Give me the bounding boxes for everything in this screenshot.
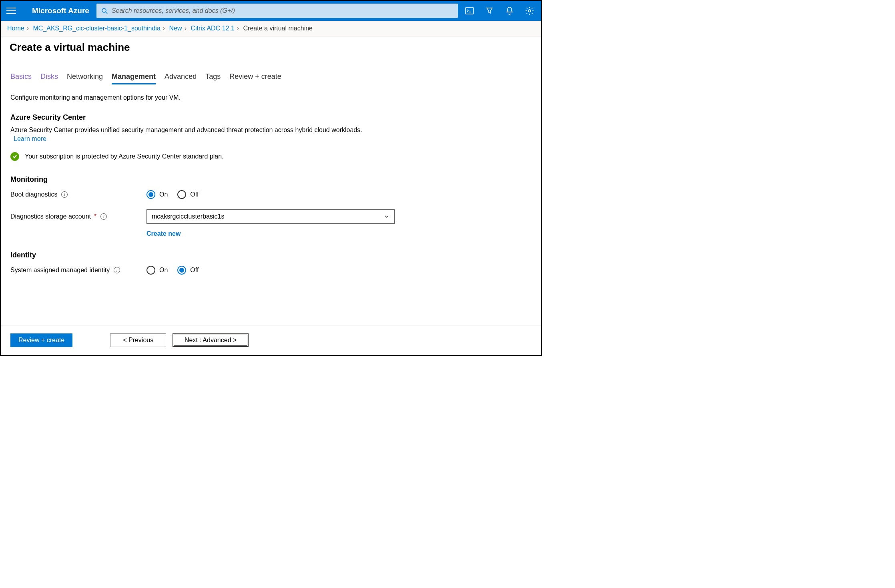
sami-radio-group: On Off: [146, 266, 204, 275]
svg-line-1: [106, 12, 107, 14]
page-title: Create a virtual machine: [1, 36, 541, 61]
tab-networking[interactable]: Networking: [67, 72, 103, 84]
menu-icon[interactable]: [6, 6, 16, 16]
content-area: Basics Disks Networking Management Advan…: [1, 61, 541, 325]
brand-label: Microsoft Azure: [32, 6, 89, 15]
security-text: Azure Security Center provides unified s…: [10, 126, 532, 134]
search-box[interactable]: [96, 4, 458, 18]
identity-heading: Identity: [10, 251, 532, 259]
learn-more-link[interactable]: Learn more: [14, 135, 532, 142]
sami-on-label: On: [159, 267, 168, 274]
boot-diag-radio-group: On Off: [146, 190, 204, 199]
filter-icon[interactable]: [485, 6, 494, 15]
crumb-rg[interactable]: MC_AKS_RG_cic-cluster-basic-1_southindia: [33, 25, 160, 32]
monitoring-heading: Monitoring: [10, 175, 532, 184]
svg-rect-2: [466, 8, 474, 14]
next-button[interactable]: Next : Advanced >: [173, 333, 249, 347]
previous-button[interactable]: < Previous: [110, 333, 166, 347]
storage-account-value: mcaksrgcicclusterbasic1s: [152, 213, 224, 220]
info-icon[interactable]: i: [61, 191, 68, 198]
breadcrumb: Home› MC_AKS_RG_cic-cluster-basic-1_sout…: [1, 21, 541, 36]
tab-basics[interactable]: Basics: [10, 72, 32, 84]
tab-tags[interactable]: Tags: [205, 72, 221, 84]
notifications-icon[interactable]: [505, 6, 514, 15]
svg-point-3: [528, 10, 531, 12]
crumb-adc[interactable]: Citrix ADC 12.1: [191, 25, 234, 32]
sami-off-label: Off: [190, 267, 199, 274]
storage-label: Diagnostics storage account: [10, 213, 91, 220]
search-input[interactable]: [108, 7, 453, 14]
cloud-shell-icon[interactable]: [465, 6, 474, 15]
boot-diag-off-label: Off: [190, 191, 199, 198]
tab-management[interactable]: Management: [112, 72, 156, 84]
tab-review[interactable]: Review + create: [229, 72, 281, 84]
create-new-link[interactable]: Create new: [146, 230, 532, 237]
chevron-down-icon: [384, 214, 389, 219]
boot-diag-on-radio[interactable]: [146, 190, 155, 199]
sami-off-radio[interactable]: [177, 266, 186, 275]
review-create-button[interactable]: Review + create: [10, 333, 72, 347]
security-heading: Azure Security Center: [10, 113, 532, 122]
sami-label: System assigned managed identity: [10, 267, 110, 274]
footer: Review + create < Previous Next : Advanc…: [1, 325, 541, 355]
info-icon[interactable]: i: [114, 267, 120, 273]
svg-point-0: [102, 8, 106, 12]
tab-disks[interactable]: Disks: [40, 72, 58, 84]
search-icon: [101, 8, 108, 14]
storage-account-select[interactable]: mcaksrgcicclusterbasic1s: [146, 209, 395, 224]
sami-on-radio[interactable]: [146, 266, 155, 275]
security-status: Your subscription is protected by Azure …: [25, 153, 224, 160]
tabs: Basics Disks Networking Management Advan…: [10, 72, 532, 84]
settings-icon[interactable]: [525, 6, 534, 15]
crumb-new[interactable]: New: [169, 25, 182, 32]
crumb-home[interactable]: Home: [7, 25, 24, 32]
boot-diag-on-label: On: [159, 191, 168, 198]
check-icon: [10, 152, 19, 161]
info-icon[interactable]: i: [100, 213, 107, 220]
boot-diag-label: Boot diagnostics: [10, 191, 57, 198]
tab-description: Configure monitoring and management opti…: [10, 94, 532, 101]
topbar: Microsoft Azure: [1, 1, 541, 21]
tab-advanced[interactable]: Advanced: [165, 72, 197, 84]
crumb-current: Create a virtual machine: [243, 25, 313, 32]
boot-diag-off-radio[interactable]: [177, 190, 186, 199]
